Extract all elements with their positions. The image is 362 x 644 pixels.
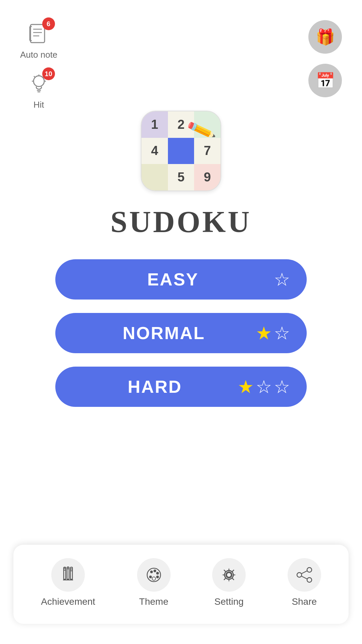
svg-rect-0 [31,24,45,43]
auto-note-tool[interactable]: 6 Auto note [20,20,57,60]
grid-cell-4: 4 [141,138,168,164]
bottom-nav-bar: Achievement Theme [13,545,349,624]
achievement-svg [59,566,77,584]
normal-stars: ★ ☆ [256,323,290,344]
sudoku-logo-grid: 1 2 4 7 5 9 ✏️ [141,111,221,191]
theme-svg [145,566,163,584]
calendar-button[interactable]: 📅 [308,64,342,97]
share-nav-item[interactable]: Share [288,558,321,607]
svg-line-36 [302,576,307,579]
achievement-label: Achievement [41,596,95,607]
hard-button[interactable]: HARD ★ ☆ ☆ [55,367,307,407]
share-svg [295,566,313,584]
svg-point-28 [152,577,156,580]
svg-point-27 [149,576,152,578]
svg-point-26 [156,576,159,578]
svg-point-25 [156,572,159,575]
theme-nav-item[interactable]: Theme [137,558,171,607]
svg-point-23 [150,571,153,573]
grid-cell-9: 9 [194,164,221,191]
easy-star-1: ☆ [274,269,290,290]
hard-star-3: ☆ [274,376,290,397]
normal-button[interactable]: NORMAL ★ ☆ [55,313,307,353]
svg-point-34 [297,573,302,577]
app-title: SUDOKU [110,205,251,239]
difficulty-buttons-container: EASY ☆ NORMAL ★ ☆ HARD ★ ☆ ☆ [55,259,307,407]
hard-star-1: ★ [238,376,254,397]
svg-point-32 [307,568,312,572]
setting-icon [212,558,246,592]
svg-line-14 [34,76,35,77]
grid-cell-8: 5 [168,164,194,191]
achievement-nav-item[interactable]: Achievement [41,558,95,607]
grid-cell-5 [168,138,194,164]
svg-line-35 [302,571,307,574]
auto-note-icon-wrap: 6 [25,20,52,47]
grid-cell-1: 1 [141,111,168,138]
svg-point-24 [154,570,156,572]
share-icon [288,558,321,592]
setting-label: Setting [215,596,244,607]
theme-icon [137,558,171,592]
hit-tool[interactable]: 10 Hit [25,70,52,110]
theme-label: Theme [139,596,168,607]
svg-point-19 [67,567,69,569]
normal-star-1: ★ [256,323,272,344]
easy-button[interactable]: EASY ☆ [55,259,307,300]
svg-point-7 [34,76,44,87]
hit-icon-wrap: 10 [25,70,52,97]
hard-label: HARD [72,377,238,397]
setting-svg [220,566,238,584]
auto-note-badge: 6 [42,17,55,30]
svg-point-33 [307,578,312,582]
grid-cell-7 [141,164,168,191]
gift-button[interactable]: 🎁 [308,20,342,54]
share-label: Share [292,596,317,607]
hard-stars: ★ ☆ ☆ [238,376,290,397]
top-left-tools: 6 Auto note 10 Hit [20,20,57,110]
easy-label: EASY [72,269,274,289]
easy-stars: ☆ [274,269,290,290]
normal-label: NORMAL [72,323,256,343]
normal-star-2: ☆ [274,323,290,344]
hard-star-2: ☆ [256,376,272,397]
top-right-buttons: 🎁 📅 [308,20,342,97]
svg-point-20 [70,569,72,571]
achievement-icon [51,558,85,592]
setting-nav-item[interactable]: Setting [212,558,246,607]
auto-note-label: Auto note [20,50,57,60]
svg-point-18 [64,568,66,570]
hit-label: Hit [34,100,44,110]
hit-badge: 10 [42,67,55,80]
svg-point-31 [227,573,231,577]
